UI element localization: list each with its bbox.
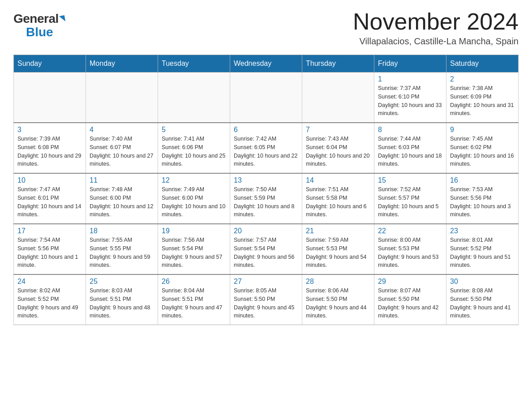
calendar-cell: 1Sunrise: 7:37 AM Sunset: 6:10 PM Daylig… — [374, 73, 446, 123]
calendar-cell — [302, 73, 374, 123]
calendar-cell: 22Sunrise: 8:00 AM Sunset: 5:53 PM Dayli… — [374, 224, 446, 274]
calendar-cell: 28Sunrise: 8:06 AM Sunset: 5:50 PM Dayli… — [302, 274, 374, 325]
day-info: Sunrise: 7:56 AM Sunset: 5:54 PM Dayligh… — [162, 236, 226, 270]
day-info: Sunrise: 8:06 AM Sunset: 5:50 PM Dayligh… — [306, 287, 370, 320]
calendar-week-row: 17Sunrise: 7:54 AM Sunset: 5:56 PM Dayli… — [14, 224, 519, 274]
day-info: Sunrise: 7:42 AM Sunset: 6:05 PM Dayligh… — [234, 135, 298, 168]
calendar-cell: 4Sunrise: 7:40 AM Sunset: 6:07 PM Daylig… — [86, 123, 158, 173]
calendar-header-row: Sunday Monday Tuesday Wednesday Thursday… — [14, 55, 519, 73]
day-info: Sunrise: 8:03 AM Sunset: 5:51 PM Dayligh… — [90, 287, 154, 320]
col-monday: Monday — [86, 55, 158, 73]
day-number: 5 — [162, 126, 226, 134]
day-info: Sunrise: 7:37 AM Sunset: 6:10 PM Dayligh… — [378, 84, 442, 118]
day-info: Sunrise: 7:53 AM Sunset: 5:56 PM Dayligh… — [450, 185, 515, 219]
day-number: 8 — [378, 126, 442, 134]
logo: General Blue — [13, 9, 65, 39]
calendar-cell: 3Sunrise: 7:39 AM Sunset: 6:08 PM Daylig… — [14, 123, 86, 173]
calendar-cell: 8Sunrise: 7:44 AM Sunset: 6:03 PM Daylig… — [374, 123, 446, 173]
day-info: Sunrise: 7:40 AM Sunset: 6:07 PM Dayligh… — [90, 135, 154, 168]
location-subtitle: Villapalacios, Castille-La Mancha, Spain — [353, 36, 519, 47]
day-info: Sunrise: 8:02 AM Sunset: 5:52 PM Dayligh… — [17, 287, 82, 320]
calendar-cell: 20Sunrise: 7:57 AM Sunset: 5:54 PM Dayli… — [230, 224, 302, 274]
day-number: 24 — [17, 278, 82, 286]
calendar-cell: 7Sunrise: 7:43 AM Sunset: 6:04 PM Daylig… — [302, 123, 374, 173]
calendar-cell: 10Sunrise: 7:47 AM Sunset: 6:01 PM Dayli… — [14, 173, 86, 224]
calendar-cell: 27Sunrise: 8:05 AM Sunset: 5:50 PM Dayli… — [230, 274, 302, 325]
day-number: 30 — [450, 278, 515, 286]
day-number: 23 — [450, 227, 515, 235]
logo-blue-text: Blue — [26, 26, 53, 39]
calendar-week-row: 3Sunrise: 7:39 AM Sunset: 6:08 PM Daylig… — [14, 123, 519, 173]
calendar-cell: 23Sunrise: 8:01 AM Sunset: 5:52 PM Dayli… — [446, 224, 519, 274]
calendar-week-row: 1Sunrise: 7:37 AM Sunset: 6:10 PM Daylig… — [14, 73, 519, 123]
day-number: 11 — [90, 176, 154, 184]
day-info: Sunrise: 7:54 AM Sunset: 5:56 PM Dayligh… — [17, 236, 82, 270]
col-friday: Friday — [374, 55, 446, 73]
day-info: Sunrise: 7:38 AM Sunset: 6:09 PM Dayligh… — [450, 84, 515, 118]
day-info: Sunrise: 8:00 AM Sunset: 5:53 PM Dayligh… — [378, 236, 442, 270]
day-number: 18 — [90, 227, 154, 235]
calendar-cell: 26Sunrise: 8:04 AM Sunset: 5:51 PM Dayli… — [158, 274, 230, 325]
day-info: Sunrise: 7:47 AM Sunset: 6:01 PM Dayligh… — [17, 185, 82, 219]
day-number: 29 — [378, 278, 442, 286]
day-info: Sunrise: 8:07 AM Sunset: 5:50 PM Dayligh… — [378, 287, 442, 320]
col-wednesday: Wednesday — [230, 55, 302, 73]
day-info: Sunrise: 7:49 AM Sunset: 6:00 PM Dayligh… — [162, 185, 226, 219]
day-number: 6 — [234, 126, 298, 134]
day-info: Sunrise: 7:43 AM Sunset: 6:04 PM Dayligh… — [306, 135, 370, 168]
calendar-cell: 19Sunrise: 7:56 AM Sunset: 5:54 PM Dayli… — [158, 224, 230, 274]
calendar-cell: 15Sunrise: 7:52 AM Sunset: 5:57 PM Dayli… — [374, 173, 446, 224]
day-number: 21 — [306, 227, 370, 235]
calendar-cell: 12Sunrise: 7:49 AM Sunset: 6:00 PM Dayli… — [158, 173, 230, 224]
calendar-week-row: 10Sunrise: 7:47 AM Sunset: 6:01 PM Dayli… — [14, 173, 519, 224]
calendar-cell: 25Sunrise: 8:03 AM Sunset: 5:51 PM Dayli… — [86, 274, 158, 325]
day-number: 1 — [378, 75, 442, 83]
day-number: 20 — [234, 227, 298, 235]
day-number: 9 — [450, 126, 515, 134]
calendar-cell: 6Sunrise: 7:42 AM Sunset: 6:05 PM Daylig… — [230, 123, 302, 173]
day-info: Sunrise: 7:52 AM Sunset: 5:57 PM Dayligh… — [378, 185, 442, 219]
day-info: Sunrise: 7:57 AM Sunset: 5:54 PM Dayligh… — [234, 236, 298, 270]
day-number: 26 — [162, 278, 226, 286]
calendar-cell: 21Sunrise: 7:59 AM Sunset: 5:53 PM Dayli… — [302, 224, 374, 274]
calendar-cell: 17Sunrise: 7:54 AM Sunset: 5:56 PM Dayli… — [14, 224, 86, 274]
day-number: 16 — [450, 176, 515, 184]
title-block: November 2024 Villapalacios, Castille-La… — [353, 9, 519, 47]
col-tuesday: Tuesday — [158, 55, 230, 73]
day-info: Sunrise: 7:44 AM Sunset: 6:03 PM Dayligh… — [378, 135, 442, 168]
calendar-cell — [14, 73, 86, 123]
calendar-table: Sunday Monday Tuesday Wednesday Thursday… — [13, 55, 519, 325]
day-number: 13 — [234, 176, 298, 184]
day-number: 22 — [378, 227, 442, 235]
day-info: Sunrise: 7:39 AM Sunset: 6:08 PM Dayligh… — [17, 135, 82, 168]
day-number: 19 — [162, 227, 226, 235]
day-number: 15 — [378, 176, 442, 184]
day-number: 10 — [17, 176, 82, 184]
calendar-week-row: 24Sunrise: 8:02 AM Sunset: 5:52 PM Dayli… — [14, 274, 519, 325]
calendar-cell: 9Sunrise: 7:45 AM Sunset: 6:02 PM Daylig… — [446, 123, 519, 173]
day-number: 25 — [90, 278, 154, 286]
day-number: 14 — [306, 176, 370, 184]
day-info: Sunrise: 7:48 AM Sunset: 6:00 PM Dayligh… — [90, 185, 154, 219]
day-info: Sunrise: 7:41 AM Sunset: 6:06 PM Dayligh… — [162, 135, 226, 168]
day-info: Sunrise: 7:45 AM Sunset: 6:02 PM Dayligh… — [450, 135, 515, 168]
day-number: 4 — [90, 126, 154, 134]
day-number: 12 — [162, 176, 226, 184]
calendar-cell: 14Sunrise: 7:51 AM Sunset: 5:58 PM Dayli… — [302, 173, 374, 224]
day-info: Sunrise: 8:04 AM Sunset: 5:51 PM Dayligh… — [162, 287, 226, 320]
calendar-cell: 11Sunrise: 7:48 AM Sunset: 6:00 PM Dayli… — [86, 173, 158, 224]
col-sunday: Sunday — [14, 55, 86, 73]
day-info: Sunrise: 8:08 AM Sunset: 5:50 PM Dayligh… — [450, 287, 515, 320]
day-info: Sunrise: 7:50 AM Sunset: 5:59 PM Dayligh… — [234, 185, 298, 219]
day-number: 28 — [306, 278, 370, 286]
col-saturday: Saturday — [446, 55, 519, 73]
day-number: 3 — [17, 126, 82, 134]
calendar-cell — [158, 73, 230, 123]
calendar-cell: 29Sunrise: 8:07 AM Sunset: 5:50 PM Dayli… — [374, 274, 446, 325]
calendar-cell: 18Sunrise: 7:55 AM Sunset: 5:55 PM Dayli… — [86, 224, 158, 274]
day-number: 7 — [306, 126, 370, 134]
calendar-cell: 16Sunrise: 7:53 AM Sunset: 5:56 PM Dayli… — [446, 173, 519, 224]
calendar-cell: 30Sunrise: 8:08 AM Sunset: 5:50 PM Dayli… — [446, 274, 519, 325]
logo-general-text: General — [13, 13, 65, 25]
calendar-cell — [86, 73, 158, 123]
